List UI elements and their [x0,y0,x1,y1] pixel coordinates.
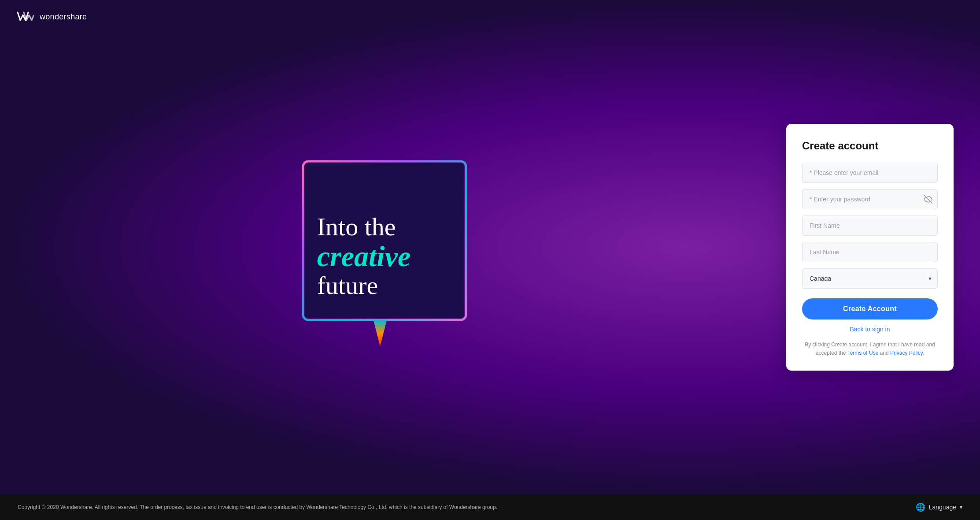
logo-area: wondershare [16,11,87,23]
create-account-button[interactable]: Create Account [802,298,938,319]
privacy-policy-link[interactable]: Privacy Policy [890,350,923,356]
hero-section: Into the creative future [0,122,786,373]
terms-text: By clicking Create account, I agree that… [802,341,938,357]
lastname-input[interactable] [802,242,938,262]
form-panel: Create account [786,124,954,371]
eye-off-icon [924,195,932,204]
hero-text: Into the creative future [313,208,474,304]
hero-frame: Into the creative future [299,157,488,355]
chevron-down-icon: ▾ [960,504,962,510]
lastname-field-wrapper [802,242,938,262]
firstname-field-wrapper [802,215,938,236]
email-input[interactable] [802,163,938,183]
language-selector[interactable]: 🌐 Language ▾ [916,502,962,512]
footer-copyright: Copyright © 2020 Wondershare. All rights… [18,504,916,510]
email-field-wrapper [802,163,938,183]
hero-line1: Into the [317,213,470,241]
create-account-card: Create account [786,124,954,371]
form-title: Create account [802,140,938,152]
terms-of-use-link[interactable]: Terms of Use [847,350,879,356]
password-field-wrapper [802,189,938,209]
country-field-wrapper: Canada United States United Kingdom Aust… [802,268,938,289]
globe-icon: 🌐 [916,502,925,512]
brand-name: wondershare [40,12,87,22]
firstname-input[interactable] [802,215,938,236]
country-select[interactable]: Canada United States United Kingdom Aust… [802,268,938,289]
back-to-signin-link[interactable]: Back to sign in [802,326,938,333]
password-input[interactable] [802,189,938,209]
footer: Copyright © 2020 Wondershare. All rights… [0,494,980,520]
hero-line3: future [317,271,470,300]
wondershare-logo-icon [16,11,35,23]
hero-line2: creative [317,241,470,271]
language-label: Language [929,504,956,511]
terms-suffix: . [923,350,924,356]
terms-and: and [878,350,890,356]
password-toggle-button[interactable] [924,195,932,204]
